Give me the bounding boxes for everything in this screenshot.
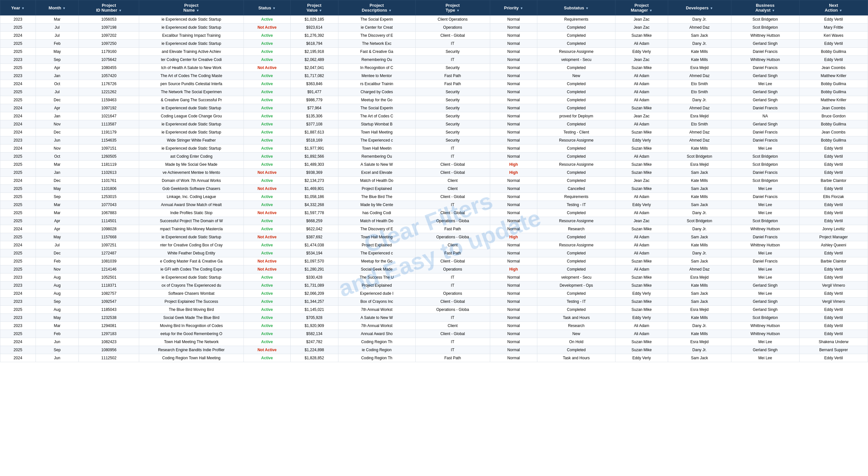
cell-status: Active xyxy=(244,144,290,152)
cell-status: Active xyxy=(244,338,290,346)
cell-project_desc: Coding Region Th xyxy=(338,338,415,346)
cell-next_action: Ellis Florzak xyxy=(799,193,868,201)
col-header-project_type[interactable]: ProjectType▼ xyxy=(415,0,490,15)
cell-project_type: Fast Path xyxy=(415,354,490,362)
cell-priority: Normal xyxy=(490,120,537,128)
cell-project_id: 1101761 xyxy=(79,177,139,185)
cell-priority: High xyxy=(490,161,537,169)
cell-project_value: $1,474,038 xyxy=(290,241,338,249)
col-header-project_name[interactable]: ProjectName▼ xyxy=(139,0,244,15)
cell-business_analyst: Gerland Singh xyxy=(731,306,799,314)
cell-substatus: Cancelled xyxy=(537,185,616,193)
cell-business_analyst: Scot Bridgeton xyxy=(731,314,799,322)
col-header-project_id[interactable]: ProjectID Number▼ xyxy=(79,0,139,15)
filter-icon[interactable]: ▼ xyxy=(319,9,322,12)
cell-business_analyst: Daniel Francis xyxy=(731,193,799,201)
cell-business_analyst: Mei Lee xyxy=(731,185,799,193)
cell-project_value: $1,344,257 xyxy=(290,298,338,306)
cell-project_id: 1154635 xyxy=(79,136,139,144)
cell-project_desc: 7th Annual Workst xyxy=(338,306,415,314)
cell-month: Mar xyxy=(35,322,79,330)
filter-icon[interactable]: ▼ xyxy=(273,6,276,10)
cell-priority: Normal xyxy=(490,64,537,72)
cell-project_name: Wide Stringer White Feather xyxy=(139,136,244,144)
cell-project_name: & Creative Gang The Successful Pr xyxy=(139,96,244,104)
col-header-project_manager[interactable]: ProjectManager▼ xyxy=(616,0,668,15)
filter-icon[interactable]: ▼ xyxy=(772,9,775,12)
cell-developers: Scot Bridgeton xyxy=(668,152,731,161)
cell-project_type: Security xyxy=(415,48,490,56)
cell-project_desc: Experienced dude I xyxy=(338,290,415,298)
cell-status: Active xyxy=(244,249,290,257)
cell-substatus: Completed xyxy=(537,169,616,177)
cell-next_action: Eddy Vertil xyxy=(799,56,868,64)
table-row: 2024Nov1113587ie Experienced dude Static… xyxy=(0,120,868,128)
filter-icon[interactable]: ▼ xyxy=(456,9,460,12)
filter-icon[interactable]: ▼ xyxy=(21,6,25,10)
filter-icon[interactable]: ▼ xyxy=(389,9,392,12)
cell-project_desc: Town Hall Meetin xyxy=(338,144,415,152)
cell-project_id: 1092547 xyxy=(79,298,139,306)
table-row: 2025Sep1253015Linkage, Inc. Coding Leagu… xyxy=(0,193,868,201)
cell-year: 2025 xyxy=(0,233,36,241)
cell-project_type: Client - Global xyxy=(415,209,490,217)
col-header-next_action[interactable]: NextAction▼ xyxy=(799,0,868,15)
col-header-developers[interactable]: Developers▼ xyxy=(668,0,731,15)
cell-month: Jan xyxy=(35,169,79,177)
table-row: 2025Dec1272487White Feather Debug Entity… xyxy=(0,249,868,257)
filter-icon[interactable]: ▼ xyxy=(119,9,122,12)
cell-year: 2025 xyxy=(0,88,36,96)
col-header-substatus[interactable]: Substatus▼ xyxy=(537,0,616,15)
cell-business_analyst: Whittney Huttson xyxy=(731,32,799,40)
cell-project_type: Fast Path xyxy=(415,80,490,88)
cell-project_manager: Suzan Mike xyxy=(616,104,668,112)
col-header-year[interactable]: Year▼ xyxy=(0,0,36,15)
filter-icon[interactable]: ▼ xyxy=(585,6,589,10)
col-header-status[interactable]: Status▼ xyxy=(244,0,290,15)
cell-project_desc: Social Geek Made xyxy=(338,265,415,273)
cell-business_analyst: Scot Bridgeton xyxy=(731,217,799,225)
cell-year: 2024 xyxy=(0,241,36,249)
cell-developers: Esra Mejid xyxy=(668,306,731,314)
cell-developers: Dany Jr. xyxy=(668,15,731,24)
cell-project_name: ie Experienced dude Static Startup xyxy=(139,120,244,128)
filter-icon[interactable]: ▼ xyxy=(63,6,66,10)
cell-month: Aug xyxy=(35,290,79,298)
col-header-month[interactable]: Month▼ xyxy=(35,0,79,15)
cell-next_action: Vergil Vimero xyxy=(799,298,868,306)
cell-next_action: Eddy Vertil xyxy=(799,40,868,48)
col-header-business_analyst[interactable]: BusinessAnalyst▼ xyxy=(731,0,799,15)
cell-next_action: Ashley Queeni xyxy=(799,241,868,249)
filter-icon[interactable]: ▼ xyxy=(649,9,653,12)
cell-status: Active xyxy=(244,306,290,314)
cell-year: 2025 xyxy=(0,24,36,32)
col-header-project_desc[interactable]: ProjectDescriptions▼ xyxy=(338,0,415,15)
filter-icon[interactable]: ▼ xyxy=(196,9,199,12)
cell-project_value: $1,224,898 xyxy=(290,346,338,354)
cell-next_action: Eddy Vertil xyxy=(799,330,868,338)
filter-icon[interactable]: ▼ xyxy=(520,6,523,10)
col-header-priority[interactable]: Priority▼ xyxy=(490,0,537,15)
cell-project_value: $1,276,392 xyxy=(290,32,338,40)
cell-status: Not Active xyxy=(244,24,290,32)
cell-priority: Normal xyxy=(490,72,537,80)
cell-year: 2024 xyxy=(0,338,36,346)
table-row: 2023Aug1052501ie Experienced dude Static… xyxy=(0,273,868,281)
cell-month: Feb xyxy=(35,330,79,338)
cell-project_manager: Suzan Mike xyxy=(616,281,668,290)
filter-icon[interactable]: ▼ xyxy=(839,9,842,12)
table-row: 2024Apr1097192ie Experienced dude Static… xyxy=(0,104,868,112)
cell-project_value: $2,062,489 xyxy=(290,56,338,64)
cell-year: 2024 xyxy=(0,144,36,152)
cell-project_value: $668,259 xyxy=(290,217,338,225)
filter-icon[interactable]: ▼ xyxy=(710,6,713,10)
cell-priority: Normal xyxy=(490,112,537,120)
cell-status: Active xyxy=(244,290,290,298)
cell-developers: Dany Jr. xyxy=(668,249,731,257)
col-header-project_value[interactable]: ProjectValue▼ xyxy=(290,0,338,15)
table-row: 2023Mar1294081Moving Bird In Recognition… xyxy=(0,322,868,330)
cell-project_desc: In Recognition of C xyxy=(338,64,415,72)
cell-project_type: Security xyxy=(415,120,490,128)
cell-project_id: 1057420 xyxy=(79,72,139,80)
cell-month: Jan xyxy=(35,112,79,120)
